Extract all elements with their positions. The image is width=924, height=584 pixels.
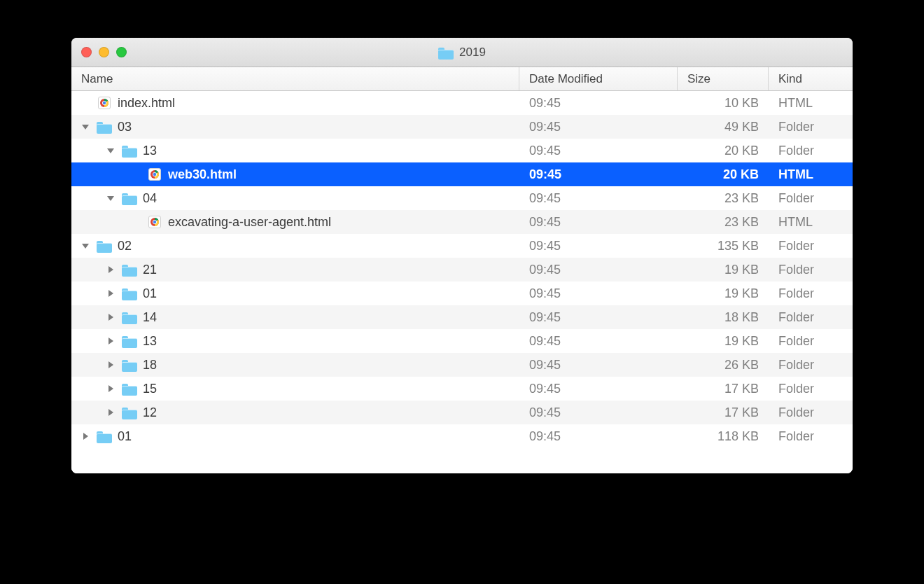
folder-icon — [122, 310, 137, 325]
kind-cell: Folder — [769, 191, 853, 206]
date-modified-cell: 09:45 — [519, 310, 678, 325]
column-kind[interactable]: Kind — [769, 67, 853, 90]
size-cell: 23 KB — [678, 191, 769, 206]
file-name-label: web30.html — [168, 167, 237, 182]
file-row[interactable]: 1309:4519 KBFolder — [71, 329, 853, 353]
file-name-label: 13 — [143, 334, 157, 349]
file-name-cell[interactable]: 03 — [71, 115, 519, 139]
size-cell: 18 KB — [678, 310, 769, 325]
disclosure-down-icon[interactable] — [106, 146, 115, 155]
file-name-cell[interactable]: web30.html — [71, 162, 519, 186]
file-name-label: 13 — [143, 144, 157, 158]
kind-cell: Folder — [769, 144, 853, 158]
titlebar[interactable]: 2019 — [71, 38, 853, 67]
date-modified-cell: 09:45 — [519, 263, 678, 277]
file-row[interactable]: 1209:4517 KBFolder — [71, 401, 853, 424]
close-button[interactable] — [81, 47, 92, 57]
file-name-label: 04 — [143, 191, 157, 206]
folder-icon — [97, 119, 112, 134]
file-name-cell[interactable]: 13 — [71, 329, 519, 353]
file-name-label: 02 — [118, 239, 132, 253]
kind-cell: Folder — [769, 263, 853, 277]
file-name-cell[interactable]: 01 — [71, 281, 519, 305]
file-name-cell[interactable]: 01 — [71, 424, 519, 448]
date-modified-cell: 09:45 — [519, 167, 678, 182]
file-name-cell[interactable]: 12 — [71, 401, 519, 424]
file-row[interactable]: 0409:4523 KBFolder — [71, 186, 853, 210]
disclosure-right-icon[interactable] — [106, 313, 115, 321]
file-name-cell[interactable]: 13 — [71, 139, 519, 162]
file-row[interactable]: 1409:4518 KBFolder — [71, 305, 853, 329]
svg-marker-12 — [82, 244, 89, 249]
size-cell: 19 KB — [678, 334, 769, 349]
file-row[interactable]: 0109:4519 KBFolder — [71, 281, 853, 305]
size-cell: 118 KB — [678, 429, 769, 444]
file-row[interactable]: 2109:4519 KBFolder — [71, 258, 853, 281]
disclosure-down-icon[interactable] — [106, 194, 115, 202]
folder-icon — [97, 429, 112, 444]
file-row[interactable]: 1509:4517 KBFolder — [71, 377, 853, 401]
file-row[interactable]: 1809:4526 KBFolder — [71, 353, 853, 377]
file-name-cell[interactable]: 02 — [71, 234, 519, 258]
size-cell: 19 KB — [678, 286, 769, 301]
minimize-button[interactable] — [99, 47, 109, 57]
size-cell: 10 KB — [678, 96, 769, 111]
folder-icon — [122, 333, 137, 349]
svg-point-2 — [103, 102, 106, 104]
kind-cell: Folder — [769, 120, 853, 134]
date-modified-cell: 09:45 — [519, 429, 678, 444]
file-row[interactable]: excavating-a-user-agent.html09:4523 KBHT… — [71, 210, 853, 234]
file-name-label: 01 — [143, 286, 157, 301]
kind-cell: Folder — [769, 334, 853, 349]
size-cell: 23 KB — [678, 215, 769, 230]
file-name-label: index.html — [118, 96, 175, 111]
svg-marker-14 — [108, 290, 113, 297]
date-modified-cell: 09:45 — [519, 191, 678, 206]
folder-icon — [97, 238, 112, 253]
folder-icon — [122, 143, 137, 158]
disclosure-down-icon[interactable] — [81, 242, 90, 250]
file-name-cell[interactable]: 18 — [71, 353, 519, 377]
kind-cell: Folder — [769, 310, 853, 325]
window-title-text: 2019 — [459, 46, 486, 60]
column-name[interactable]: Name — [71, 67, 519, 90]
file-row[interactable]: 1309:4520 KBFolder — [71, 139, 853, 162]
file-name-label: 21 — [143, 263, 157, 277]
disclosure-right-icon[interactable] — [106, 289, 115, 298]
file-name-cell[interactable]: 21 — [71, 258, 519, 281]
disclosure-right-icon[interactable] — [106, 408, 115, 417]
zoom-button[interactable] — [116, 47, 127, 57]
file-row[interactable]: 0309:4549 KBFolder — [71, 115, 853, 139]
file-name-cell[interactable]: 14 — [71, 305, 519, 329]
disclosure-right-icon[interactable] — [106, 361, 115, 369]
file-name-cell[interactable]: excavating-a-user-agent.html — [71, 210, 519, 234]
kind-cell: Folder — [769, 239, 853, 253]
disclosure-right-icon[interactable] — [106, 384, 115, 393]
file-name-label: 03 — [118, 120, 132, 134]
file-row[interactable]: 0109:45118 KBFolder — [71, 424, 853, 448]
folder-icon — [122, 357, 137, 373]
file-row[interactable]: 0209:45135 KBFolder — [71, 234, 853, 258]
file-name-label: excavating-a-user-agent.html — [168, 215, 331, 230]
file-name-cell[interactable]: 15 — [71, 377, 519, 401]
kind-cell: Folder — [769, 358, 853, 373]
file-row[interactable]: web30.html09:4520 KBHTML — [71, 162, 853, 186]
size-cell: 17 KB — [678, 382, 769, 396]
svg-marker-15 — [108, 314, 113, 321]
column-size[interactable]: Size — [678, 67, 769, 90]
svg-marker-8 — [107, 196, 114, 201]
disclosure-right-icon[interactable] — [81, 432, 90, 440]
disclosure-right-icon[interactable] — [106, 265, 115, 274]
folder-icon — [122, 286, 137, 301]
file-row[interactable]: index.html09:4510 KBHTML — [71, 91, 853, 115]
column-date-modified[interactable]: Date Modified — [519, 67, 678, 90]
kind-cell: Folder — [769, 382, 853, 396]
file-name-cell[interactable]: index.html — [71, 91, 519, 115]
disclosure-right-icon[interactable] — [106, 337, 115, 345]
file-name-label: 01 — [118, 429, 132, 444]
file-name-cell[interactable]: 04 — [71, 186, 519, 210]
size-cell: 20 KB — [678, 167, 769, 182]
date-modified-cell: 09:45 — [519, 334, 678, 349]
disclosure-down-icon[interactable] — [81, 123, 90, 131]
date-modified-cell: 09:45 — [519, 358, 678, 373]
